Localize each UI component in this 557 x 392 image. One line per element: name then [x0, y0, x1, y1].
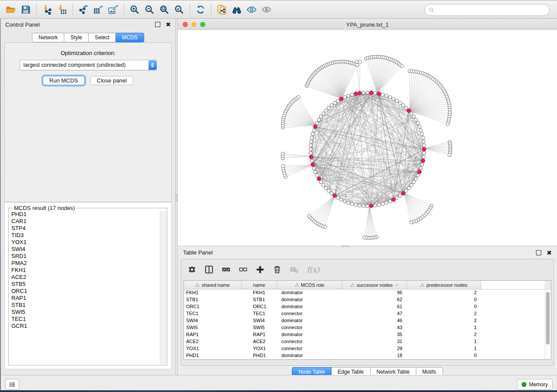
ring-node[interactable] [312, 129, 316, 132]
zoom-out-button[interactable] [143, 3, 156, 16]
ring-node[interactable] [374, 91, 377, 95]
ring-node[interactable] [381, 93, 384, 96]
mcds-result-item[interactable]: ACE2 [10, 274, 160, 281]
ring-node[interactable] [414, 118, 418, 122]
ring-node[interactable] [412, 180, 415, 184]
mcds-result-item[interactable]: SWI4 [10, 246, 160, 253]
mcds-dominator-node[interactable] [311, 163, 315, 167]
ring-node[interactable] [311, 132, 315, 136]
tab-network[interactable]: Network [32, 33, 64, 42]
ring-node[interactable] [385, 94, 388, 98]
function-builder-button[interactable]: f(x) [307, 265, 319, 274]
mcds-dominator-node[interactable] [401, 191, 405, 195]
ring-node[interactable] [339, 198, 343, 202]
mcds-result-item[interactable]: RAP1 [10, 295, 160, 302]
vertical-splitter-handle[interactable] [176, 194, 177, 201]
ring-node[interactable] [410, 183, 413, 187]
network-graph[interactable] [178, 30, 557, 245]
ring-node[interactable] [310, 136, 314, 140]
ring-node[interactable] [343, 199, 346, 203]
save-session-button[interactable] [19, 3, 32, 16]
ring-node[interactable] [343, 96, 346, 99]
mcds-result-item[interactable]: CAR1 [10, 218, 160, 225]
satellite-node[interactable] [446, 122, 450, 126]
mcds-result-item[interactable]: YOX1 [10, 239, 160, 246]
satellite-node[interactable] [448, 153, 451, 157]
ring-node[interactable] [347, 201, 350, 205]
table-row[interactable]: ACE2ACE2connector311 [184, 338, 545, 345]
satellite-node[interactable] [400, 65, 404, 68]
satellite-node[interactable] [356, 63, 359, 67]
ring-node[interactable] [421, 136, 425, 140]
ring-node[interactable] [309, 144, 313, 147]
ring-node[interactable] [420, 163, 424, 166]
mcds-result-item[interactable]: PMA2 [10, 260, 160, 267]
table-row[interactable]: PHD1PHD1dominator180 [184, 352, 545, 359]
ring-node[interactable] [350, 202, 354, 206]
column-header-name[interactable]: name [242, 281, 277, 289]
mcds-result-item[interactable]: SWI5 [10, 309, 160, 316]
gear-button[interactable] [187, 265, 197, 274]
ring-node[interactable] [401, 103, 405, 107]
ring-node[interactable] [422, 155, 426, 159]
ring-node[interactable] [324, 186, 328, 190]
satellite-node[interactable] [410, 221, 413, 224]
ring-node[interactable] [388, 96, 392, 99]
ring-node[interactable] [410, 112, 413, 115]
ring-node[interactable] [333, 101, 336, 105]
mcds-dominator-node[interactable] [369, 204, 373, 208]
ring-node[interactable] [395, 99, 399, 103]
ring-node[interactable] [381, 202, 384, 206]
mcds-dominator-node[interactable] [333, 194, 337, 198]
satellite-node[interactable] [358, 60, 362, 63]
ring-node[interactable] [392, 97, 395, 101]
zoom-selected-button[interactable] [173, 3, 186, 16]
ring-node[interactable] [322, 112, 325, 115]
ring-node[interactable] [314, 170, 317, 174]
table-row[interactable]: SWI5SWI5connector431 [184, 324, 545, 331]
destroy-table-button[interactable] [290, 265, 299, 274]
export-network-button[interactable] [77, 3, 90, 16]
mcds-result-item[interactable]: TID3 [10, 232, 160, 239]
search-input[interactable] [436, 5, 549, 15]
mcds-dominator-node[interactable] [391, 198, 395, 202]
ring-node[interactable] [315, 121, 319, 125]
table-close-icon[interactable]: ✖ [547, 251, 552, 255]
mcds-result-item[interactable]: TEC1 [10, 316, 160, 323]
ring-node[interactable] [309, 151, 313, 155]
mcds-dominator-node[interactable] [407, 109, 411, 113]
table-float-icon[interactable] [536, 250, 541, 255]
table-row[interactable]: TEC1TEC1connector472 [184, 310, 545, 317]
table-row[interactable]: ORC1ORC1dominator610 [184, 303, 545, 310]
ring-node[interactable] [419, 129, 423, 132]
float-panel-icon[interactable] [155, 22, 160, 27]
show-graphics-button[interactable] [260, 3, 273, 16]
mcds-result-item[interactable]: STP4 [10, 225, 160, 232]
column-header-shared-name[interactable]: shared name [184, 281, 242, 289]
zoom-in-button[interactable] [128, 3, 141, 16]
satellite-node[interactable] [308, 214, 311, 218]
mcds-dominator-node[interactable] [369, 91, 373, 95]
ring-node[interactable] [315, 174, 319, 177]
export-table-button[interactable] [92, 3, 105, 16]
ring-node[interactable] [350, 93, 354, 96]
tab-select[interactable]: Select [89, 33, 116, 42]
ring-node[interactable] [398, 194, 402, 197]
deselect-all-button[interactable] [239, 265, 248, 274]
column-header-MCDS-role[interactable]: MCDS role [277, 281, 343, 289]
ring-node[interactable] [385, 201, 388, 205]
mcds-result-item[interactable]: SRD1 [10, 253, 160, 260]
satellite-node[interactable] [297, 96, 300, 99]
mcds-result-item[interactable]: FKH1 [10, 267, 160, 274]
memory-button[interactable]: Memory [517, 379, 553, 390]
export-image-button[interactable] [107, 3, 120, 16]
mcds-list-scrollbar[interactable] [160, 211, 166, 364]
ring-node[interactable] [405, 106, 408, 110]
ring-node[interactable] [336, 196, 340, 199]
satellite-node[interactable] [281, 152, 284, 155]
tab-style[interactable]: Style [64, 33, 89, 42]
table-row[interactable]: SWI4SWI4dominator462 [184, 317, 545, 324]
ring-node[interactable] [362, 91, 365, 95]
network-canvas[interactable] [178, 30, 557, 245]
optimization-criterion-dropdown[interactable]: largest connected component (undirected) [20, 60, 157, 70]
